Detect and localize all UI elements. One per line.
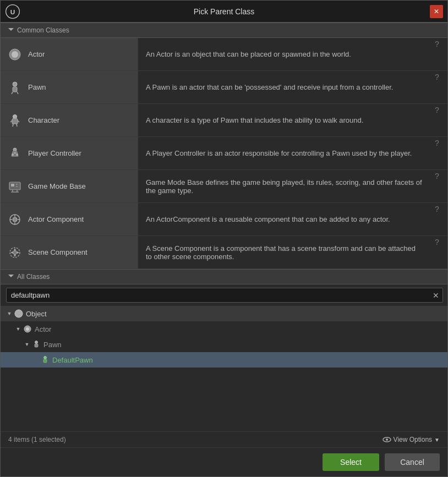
actor-label: Actor bbox=[28, 50, 45, 58]
class-row-actor: Actor An Actor is an object that can be … bbox=[1, 38, 447, 71]
defaultpawn-tree-label: DefaultPawn bbox=[52, 356, 93, 364]
game-mode-base-description: Game Mode Base defines the game being pl… bbox=[138, 170, 431, 202]
class-button-actor[interactable]: Actor bbox=[1, 38, 138, 70]
pawn-tree-icon bbox=[31, 339, 41, 349]
player-controller-description: A Player Controller is an actor responsi… bbox=[138, 137, 431, 169]
class-button-actor-component[interactable]: Actor Component bbox=[1, 203, 138, 235]
svg-marker-34 bbox=[17, 251, 19, 254]
class-button-scene-component[interactable]: Scene Component bbox=[1, 236, 138, 268]
pawn-icon bbox=[7, 80, 23, 95]
actor-component-label: Actor Component bbox=[28, 215, 84, 223]
svg-line-10 bbox=[17, 124, 17, 127]
character-help-icon[interactable]: ? bbox=[431, 104, 443, 116]
player-controller-icon bbox=[7, 146, 23, 161]
actor-help-icon[interactable]: ? bbox=[431, 38, 443, 50]
tree-row-actor[interactable]: ▼ Actor bbox=[1, 321, 447, 337]
player-controller-help-icon[interactable]: ? bbox=[431, 137, 443, 149]
scene-component-label: Scene Component bbox=[28, 248, 88, 256]
svg-line-6 bbox=[12, 92, 13, 94]
svg-point-40 bbox=[44, 357, 47, 359]
svg-point-14 bbox=[12, 153, 14, 156]
svg-line-7 bbox=[17, 92, 18, 94]
view-options-label: View Options bbox=[394, 436, 432, 443]
tree-row-defaultpawn[interactable]: ▶ DefaultPawn bbox=[1, 352, 447, 368]
class-row-scene-component: Scene Component A Scene Component is a c… bbox=[1, 236, 447, 269]
scene-component-description: A Scene Component is a component that ha… bbox=[138, 236, 431, 268]
view-options-button[interactable]: View Options ▼ bbox=[383, 435, 440, 444]
pawn-description: A Pawn is an actor that can be 'possesse… bbox=[138, 71, 431, 103]
search-input[interactable] bbox=[6, 288, 443, 303]
select-button[interactable]: Select bbox=[323, 453, 379, 471]
search-bar: ✕ bbox=[1, 284, 447, 306]
class-button-pawn[interactable]: Pawn bbox=[1, 71, 138, 103]
svg-rect-5 bbox=[13, 87, 17, 92]
svg-point-37 bbox=[26, 327, 29, 331]
character-label: Character bbox=[28, 116, 59, 124]
class-button-character[interactable]: Character bbox=[1, 104, 138, 136]
actor-component-help-icon[interactable]: ? bbox=[431, 203, 443, 215]
common-classes-label: Common Classes bbox=[17, 26, 69, 34]
player-controller-label: Player Controller bbox=[28, 149, 81, 157]
title-bar: U Pick Parent Class ✕ bbox=[1, 1, 447, 23]
svg-point-4 bbox=[13, 82, 17, 86]
cancel-button[interactable]: Cancel bbox=[385, 453, 440, 471]
svg-text:U: U bbox=[10, 8, 15, 15]
scene-component-icon bbox=[7, 245, 23, 260]
svg-point-43 bbox=[386, 438, 388, 441]
expand-triangle-icon bbox=[8, 28, 14, 33]
svg-rect-41 bbox=[43, 359, 47, 363]
svg-rect-39 bbox=[35, 344, 38, 347]
svg-point-15 bbox=[16, 153, 18, 156]
pawn-tree-label: Pawn bbox=[43, 341, 62, 349]
expand-arrow-actor: ▼ bbox=[14, 325, 23, 333]
game-mode-base-label: Game Mode Base bbox=[28, 182, 86, 190]
character-icon bbox=[7, 113, 23, 128]
actor-component-icon bbox=[7, 212, 23, 227]
all-classes-expand-icon bbox=[8, 275, 14, 279]
svg-rect-19 bbox=[16, 186, 18, 187]
view-options-chevron-icon: ▼ bbox=[434, 437, 440, 443]
character-description: A character is a type of Pawn that inclu… bbox=[138, 104, 431, 136]
tree-row-pawn[interactable]: ▼ Pawn bbox=[1, 337, 447, 352]
item-count-label: 4 items (1 selected) bbox=[8, 436, 66, 443]
svg-marker-31 bbox=[14, 248, 16, 250]
actor-icon bbox=[7, 47, 23, 62]
close-button[interactable]: ✕ bbox=[430, 5, 443, 18]
search-clear-button[interactable]: ✕ bbox=[430, 289, 442, 301]
pawn-help-icon[interactable]: ? bbox=[431, 71, 443, 83]
svg-marker-33 bbox=[10, 251, 13, 254]
class-button-game-mode-base[interactable]: Game Mode Base bbox=[1, 170, 138, 202]
svg-point-38 bbox=[35, 341, 38, 344]
object-icon bbox=[14, 309, 24, 319]
svg-marker-32 bbox=[14, 255, 16, 257]
game-mode-base-help-icon[interactable]: ? bbox=[431, 170, 443, 182]
common-classes-header: Common Classes bbox=[1, 23, 447, 38]
class-row-player-controller: Player Controller A Player Controller is… bbox=[1, 137, 447, 170]
svg-point-8 bbox=[13, 114, 17, 118]
object-tree-label: Object bbox=[26, 310, 47, 318]
svg-point-3 bbox=[12, 51, 18, 58]
svg-point-30 bbox=[13, 250, 17, 254]
class-row-pawn: Pawn A Pawn is an actor that can be 'pos… bbox=[1, 71, 447, 104]
tree-row-object[interactable]: ▼ Object bbox=[1, 306, 447, 321]
dialog-footer: Select Cancel bbox=[1, 447, 447, 476]
dialog-title: Pick Parent Class bbox=[194, 7, 254, 16]
ue-logo: U bbox=[5, 4, 20, 19]
actor-tree-icon bbox=[23, 324, 32, 334]
common-classes-section: Common Classes Actor An Actor is an obje… bbox=[1, 23, 447, 269]
status-bar: 4 items (1 selected) View Options ▼ bbox=[1, 431, 447, 447]
dialog: U Pick Parent Class ✕ Common Classes Act… bbox=[0, 0, 448, 477]
class-tree: ▼ Object ▼ Actor bbox=[1, 306, 447, 431]
class-button-player-controller[interactable]: Player Controller bbox=[1, 137, 138, 169]
all-classes-header: All Classes bbox=[1, 269, 447, 284]
scene-component-help-icon[interactable]: ? bbox=[431, 236, 443, 248]
expand-arrow-pawn: ▼ bbox=[23, 340, 31, 349]
svg-point-24 bbox=[13, 217, 17, 222]
pawn-label: Pawn bbox=[28, 83, 46, 91]
actor-description: An Actor is an object that can be placed… bbox=[138, 38, 431, 70]
actor-component-description: An ActorComponent is a reusable componen… bbox=[138, 203, 431, 235]
class-row-game-mode-base: Game Mode Base Game Mode Base defines th… bbox=[1, 170, 447, 203]
game-mode-base-icon bbox=[7, 179, 23, 194]
all-classes-label: All Classes bbox=[17, 273, 50, 281]
actor-tree-label: Actor bbox=[35, 325, 51, 333]
